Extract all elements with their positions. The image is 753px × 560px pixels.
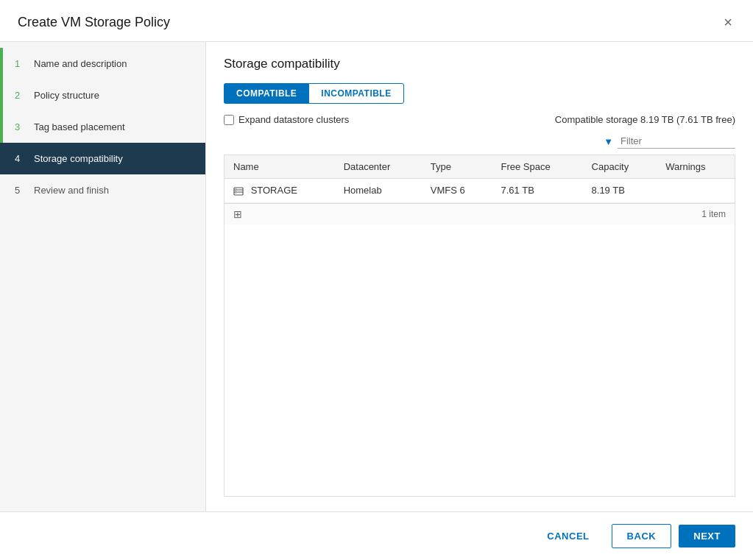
table-footer-icon: ⊞ [233, 208, 242, 220]
cell-datacenter: Homelab [335, 179, 422, 203]
item-count: 1 item [701, 209, 726, 219]
step-completed-indicator-2 [0, 79, 3, 111]
section-title: Storage compatibility [224, 57, 735, 71]
sidebar: 1 Name and description 2 Policy structur… [0, 42, 206, 511]
filter-input[interactable] [618, 134, 735, 149]
expand-datastore-clusters-checkbox[interactable] [224, 115, 234, 125]
svg-rect-0 [234, 188, 243, 195]
svg-point-5 [236, 193, 236, 194]
sidebar-item-storage-compatibility[interactable]: 4 Storage compatibility [0, 143, 205, 174]
cancel-button[interactable]: CANCEL [532, 525, 604, 547]
expand-label-text: Expand datastore clusters [238, 114, 349, 125]
step-number-3: 3 [15, 121, 26, 132]
col-name: Name [225, 155, 335, 179]
sidebar-item-label-4: Storage compatibility [34, 153, 123, 164]
sidebar-item-review-and-finish[interactable]: 5 Review and finish [0, 174, 205, 206]
close-button[interactable]: × [721, 12, 735, 32]
modal-footer: CANCEL BACK NEXT [0, 511, 753, 560]
cell-name: STORAGE [225, 179, 335, 203]
sidebar-item-tag-based-placement[interactable]: 3 Tag based placement [0, 111, 205, 143]
storage-table: Name Datacenter Type Free Space Capacity… [225, 155, 735, 203]
main-content: Storage compatibility COMPATIBLE INCOMPA… [206, 42, 753, 511]
storage-icon [233, 186, 244, 196]
tab-bar: COMPATIBLE INCOMPATIBLE [224, 83, 735, 104]
step-number-4: 4 [15, 153, 26, 164]
col-warnings: Warnings [657, 155, 735, 179]
step-completed-indicator [0, 48, 3, 79]
table-container: Name Datacenter Type Free Space Capacity… [224, 155, 735, 497]
step-completed-indicator-3 [0, 111, 3, 143]
modal-body: 1 Name and description 2 Policy structur… [0, 42, 753, 511]
controls-row: Expand datastore clusters Compatible sto… [224, 114, 735, 125]
cell-free-space: 7.61 TB [492, 179, 583, 203]
cell-warnings [657, 179, 735, 203]
table-footer: ⊞ 1 item [225, 203, 735, 224]
modal-header: Create VM Storage Policy × [0, 0, 753, 42]
modal-title: Create VM Storage Policy [18, 15, 170, 30]
tab-incompatible[interactable]: INCOMPATIBLE [308, 83, 403, 104]
step-number-2: 2 [15, 90, 26, 101]
col-capacity: Capacity [583, 155, 657, 179]
step-number-5: 5 [15, 185, 26, 196]
back-button[interactable]: BACK [612, 524, 672, 548]
sidebar-item-label-1: Name and description [34, 58, 127, 69]
step-number-1: 1 [15, 58, 26, 69]
cell-type: VMFS 6 [422, 179, 492, 203]
sidebar-item-policy-structure[interactable]: 2 Policy structure [0, 79, 205, 111]
sidebar-item-label-3: Tag based placement [34, 121, 125, 132]
tab-compatible[interactable]: COMPATIBLE [224, 83, 308, 104]
next-button[interactable]: NEXT [679, 525, 735, 547]
sidebar-item-name-and-description[interactable]: 1 Name and description [0, 48, 205, 79]
sidebar-item-label-5: Review and finish [34, 185, 109, 196]
table-row[interactable]: STORAGE Homelab VMFS 6 7.61 TB 8.19 TB [225, 179, 735, 203]
col-datacenter: Datacenter [335, 155, 422, 179]
filter-icon: ▼ [604, 136, 613, 147]
compatible-storage-text: Compatible storage 8.19 TB (7.61 TB free… [555, 114, 735, 125]
svg-point-4 [236, 191, 236, 191]
table-header-row: Name Datacenter Type Free Space Capacity… [225, 155, 735, 179]
create-vm-storage-policy-modal: Create VM Storage Policy × 1 Name and de… [0, 0, 753, 560]
filter-row: ▼ [224, 134, 735, 149]
svg-point-3 [236, 188, 236, 189]
col-free-space: Free Space [492, 155, 583, 179]
sidebar-item-label-2: Policy structure [34, 90, 99, 101]
cell-capacity: 8.19 TB [583, 179, 657, 203]
expand-datastore-clusters-label[interactable]: Expand datastore clusters [224, 114, 349, 125]
col-type: Type [422, 155, 492, 179]
